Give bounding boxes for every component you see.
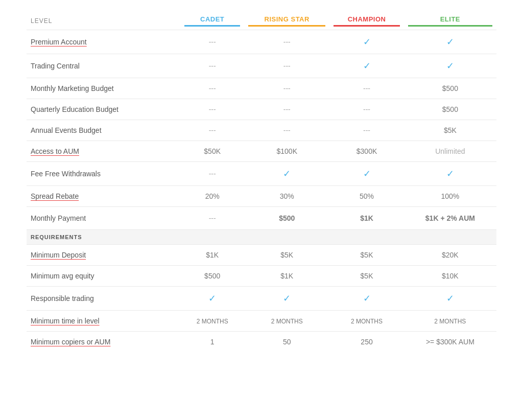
uppercase-value: 2 MONTHS (351, 318, 383, 325)
bold-value: $1K (360, 214, 373, 222)
cell-value: $500 (204, 272, 220, 280)
elite-cell: ✓ (404, 287, 496, 311)
cadet-cell: --- (180, 120, 244, 141)
elite-header: ELITE (404, 10, 496, 30)
unlimited-value: Unlimited (435, 147, 465, 155)
check-icon: ✓ (363, 37, 371, 47)
champion-cell: $1K (329, 207, 403, 230)
champion-cell: ✓ (329, 30, 403, 54)
check-icon: ✓ (446, 37, 454, 47)
cadet-cell: --- (180, 54, 244, 78)
feature-label: Minimum Deposit (27, 245, 180, 266)
feature-label: Minimum time in level (27, 311, 180, 332)
cell-value: $5K (361, 272, 373, 280)
table-row: Monthly Payment --- $500 $1K $1K + 2% AU… (27, 207, 496, 230)
elite-cell: ✓ (404, 30, 496, 54)
cadet-cell: --- (180, 207, 244, 230)
dash-value: --- (283, 62, 291, 70)
cell-value: >= $300K AUM (426, 338, 474, 346)
table-row: Minimum copiers or AUM 1 50 250 >= $300K… (27, 332, 496, 353)
table-row: Trading Central --- --- ✓ ✓ (27, 54, 496, 78)
cadet-cell: --- (180, 162, 244, 186)
table-row: Minimum avg equity $500 $1K $5K $10K (27, 266, 496, 287)
rising-cell: --- (244, 30, 329, 54)
table-row: Monthly Marketing Budget --- --- --- $50… (27, 78, 496, 99)
champion-cell: $5K (329, 266, 403, 287)
dash-value: --- (209, 105, 216, 113)
cell-value: $10K (442, 272, 459, 280)
champion-header: CHAMPION (329, 10, 403, 30)
feature-label: Trading Central (27, 54, 180, 78)
rising-cell: 50 (244, 332, 329, 353)
cadet-cell: 1 (180, 332, 244, 353)
cadet-cell: --- (180, 78, 244, 99)
requirements-header-row: REQUIREMENTS (27, 230, 496, 245)
table-row: Fee Free Withdrawals --- ✓ ✓ ✓ (27, 162, 496, 186)
rising-cell: $100K (244, 141, 329, 162)
champion-underline (334, 25, 399, 27)
rising-underline (248, 25, 325, 27)
cell-value: $50K (204, 147, 221, 155)
rising-cell: ✓ (244, 162, 329, 186)
table-row: Quarterly Education Budget --- --- --- $… (27, 99, 496, 120)
champion-cell: --- (329, 78, 403, 99)
cadet-cell: --- (180, 30, 244, 54)
cell-value: 20% (205, 192, 220, 200)
cadet-cell: $1K (180, 245, 244, 266)
rising-cell: --- (244, 99, 329, 120)
dash-value: --- (363, 84, 370, 92)
cell-value: $100K (277, 147, 297, 155)
champion-cell: 50% (329, 186, 403, 207)
uppercase-value: 2 MONTHS (271, 318, 303, 325)
cadet-cell: 20% (180, 186, 244, 207)
table-row: Spread Rebate 20% 30% 50% 100% (27, 186, 496, 207)
dash-value: --- (209, 84, 216, 92)
level-header: LEVEL (27, 10, 180, 30)
rising-cell: $500 (244, 207, 329, 230)
rising-cell: 2 MONTHS (244, 311, 329, 332)
check-icon: ✓ (363, 61, 371, 71)
champion-cell: --- (329, 120, 403, 141)
rising-cell: --- (244, 120, 329, 141)
dash-value: --- (209, 170, 216, 178)
cadet-cell: 2 MONTHS (180, 311, 244, 332)
comparison-table: LEVEL CADET RISING STAR CHAMPION ELITE (27, 10, 496, 352)
dash-value: --- (209, 62, 216, 70)
champion-cell: ✓ (329, 162, 403, 186)
table-row: Access to AUM $50K $100K $300K Unlimited (27, 141, 496, 162)
check-icon: ✓ (208, 293, 216, 304)
check-icon: ✓ (446, 293, 454, 304)
rising-cell: 30% (244, 186, 329, 207)
cell-value: $300K (356, 147, 377, 155)
rising-cell: --- (244, 54, 329, 78)
feature-label: Annual Events Budget (27, 120, 180, 141)
check-icon: ✓ (363, 169, 371, 179)
dash-value: --- (209, 126, 216, 134)
champion-cell: 2 MONTHS (329, 311, 403, 332)
dash-value: --- (283, 38, 291, 46)
cadet-header: CADET (180, 10, 244, 30)
feature-label: Access to AUM (27, 141, 180, 162)
bold-value: $500 (279, 214, 295, 222)
elite-cell: $1K + 2% AUM (404, 207, 496, 230)
rising-header: RISING STAR (244, 10, 329, 30)
cell-value: $500 (442, 105, 458, 113)
feature-label: Minimum avg equity (27, 266, 180, 287)
feature-label: Monthly Marketing Budget (27, 78, 180, 99)
dash-value: --- (283, 84, 291, 92)
rising-cell: $1K (244, 266, 329, 287)
check-icon: ✓ (283, 169, 291, 179)
main-body: Premium Account --- --- ✓ ✓ Trading Cent… (27, 30, 496, 353)
check-icon: ✓ (446, 169, 454, 179)
feature-label: Minimum copiers or AUM (27, 332, 180, 353)
dash-value: --- (283, 126, 291, 134)
rising-cell: $5K (244, 245, 329, 266)
check-icon: ✓ (283, 293, 291, 304)
cell-value: 250 (361, 338, 372, 346)
feature-label: Spread Rebate (27, 186, 180, 207)
champion-cell: ✓ (329, 287, 403, 311)
elite-cell: $10K (404, 266, 496, 287)
feature-label: Fee Free Withdrawals (27, 162, 180, 186)
requirements-label: REQUIREMENTS (27, 230, 496, 245)
table-row: Responsible trading ✓ ✓ ✓ ✓ (27, 287, 496, 311)
